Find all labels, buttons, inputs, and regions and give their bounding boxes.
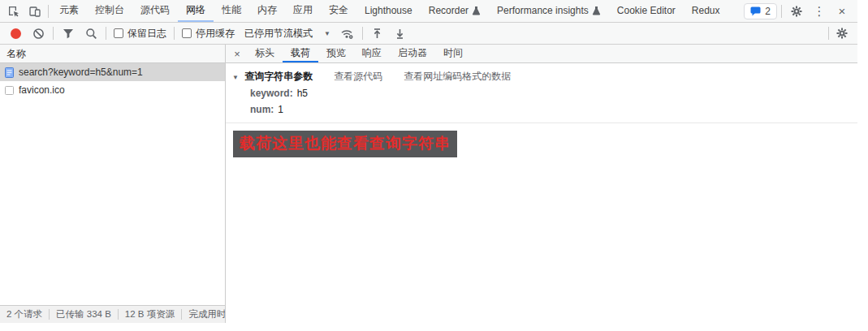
view-urlencoded-link[interactable]: 查看网址编码格式的数据 (404, 70, 511, 84)
devtools-main-tabbar: 元素 控制台 源代码 网络 性能 内存 应用 安全 Lighthouse Rec… (0, 0, 857, 23)
status-divider (49, 309, 50, 320)
tab-application[interactable]: 应用 (285, 0, 321, 22)
tab-redux[interactable]: Redux (684, 0, 728, 22)
document-request-icon (5, 67, 14, 78)
record-network-log-icon[interactable] (5, 24, 26, 43)
devtools-window: 元素 控制台 源代码 网络 性能 内存 应用 安全 Lighthouse Rec… (0, 0, 857, 323)
network-summary-status-bar: 2 个请求 已传输 334 B 12 B 项资源 完成用时: 70 (0, 305, 225, 323)
tab-cookie-editor[interactable]: Cookie Editor (609, 0, 684, 22)
checkbox (114, 28, 123, 38)
section-title-wrap[interactable]: ▼ 查询字符串参数 (232, 70, 313, 84)
import-har-icon[interactable] (367, 24, 388, 43)
transferred-size: 已传输 334 B (56, 308, 111, 320)
messages-count: 2 (765, 6, 771, 17)
network-main-area: 名称 search?keyword=h5&num=1 favicon.ico 2… (0, 45, 857, 323)
tab-payload[interactable]: 载荷 (283, 45, 318, 62)
network-conditions-icon[interactable] (337, 24, 358, 43)
tab-lighthouse[interactable]: Lighthouse (356, 0, 421, 22)
preserve-log-label: 保留日志 (127, 27, 166, 41)
tab-performance-insights[interactable]: Performance insights (489, 0, 609, 22)
toolbar-divider (106, 27, 106, 40)
toolbar-divider (362, 27, 363, 40)
payload-content: ▼ 查询字符串参数 查看源代码 查看网址编码格式的数据 keyword:h5 n… (226, 63, 857, 157)
inspect-element-icon[interactable] (3, 2, 24, 21)
query-string-section-header: ▼ 查询字符串参数 查看源代码 查看网址编码格式的数据 (226, 70, 857, 85)
tab-response[interactable]: 响应 (354, 45, 390, 62)
request-name: favicon.ico (19, 84, 65, 96)
param-value: h5 (297, 88, 308, 99)
tab-memory[interactable]: 内存 (249, 0, 285, 22)
section-divider (226, 123, 857, 123)
throttling-dropdown[interactable]: 已停用节流模式 ▼ (240, 27, 335, 41)
requests-panel: 名称 search?keyword=h5&num=1 favicon.ico 2… (0, 45, 226, 323)
param-row-keyword: keyword:h5 (226, 85, 857, 101)
view-source-link[interactable]: 查看源代码 (334, 70, 382, 84)
chevron-down-icon: ▼ (324, 30, 330, 37)
requests-count: 2 个请求 (6, 308, 42, 320)
close-devtools-icon[interactable]: × (831, 2, 853, 21)
tab-performance[interactable]: 性能 (214, 0, 249, 22)
toolbar-divider (174, 27, 175, 40)
experiment-flask-icon (472, 6, 481, 15)
toolbar-divider (53, 27, 54, 40)
network-toolbar-right (826, 24, 853, 43)
generic-file-icon (5, 85, 14, 96)
requests-name-column-header[interactable]: 名称 (0, 45, 225, 63)
device-toolbar-icon[interactable] (24, 2, 45, 21)
search-icon[interactable] (80, 24, 101, 43)
resources-size: 12 B 项资源 (125, 308, 175, 320)
tab-network[interactable]: 网络 (178, 0, 214, 22)
param-name: keyword: (250, 88, 293, 99)
preserve-log-checkbox[interactable]: 保留日志 (110, 27, 170, 41)
tab-headers[interactable]: 标头 (247, 45, 283, 62)
record-dot (11, 28, 21, 39)
throttling-value: 已停用节流模式 (244, 27, 313, 41)
param-name: num: (250, 104, 274, 115)
tab-console[interactable]: 控制台 (87, 0, 132, 22)
filter-funnel-icon[interactable] (58, 24, 79, 43)
request-details-tabbar: × 标头 载荷 预览 响应 启动器 时间 (226, 45, 857, 63)
toolbar-divider (781, 5, 782, 18)
request-row-search[interactable]: search?keyword=h5&num=1 (0, 63, 225, 81)
request-details-panel: × 标头 载荷 预览 响应 启动器 时间 ▼ 查询字符串参数 查看源代码 查看网… (226, 45, 857, 323)
tab-preview[interactable]: 预览 (318, 45, 354, 62)
status-divider (118, 309, 119, 320)
disable-cache-checkbox[interactable]: 停用缓存 (179, 27, 238, 41)
speech-bubble-icon (750, 6, 761, 16)
network-toolbar: 保留日志 停用缓存 已停用节流模式 ▼ (0, 23, 857, 45)
experiment-flask-icon (592, 6, 601, 15)
status-divider (181, 309, 182, 320)
network-settings-gear-icon[interactable] (831, 24, 853, 43)
export-har-icon[interactable] (390, 24, 411, 43)
request-name: search?keyword=h5&num=1 (19, 67, 143, 78)
request-row-favicon[interactable]: favicon.ico (0, 81, 225, 99)
clear-network-log-icon[interactable] (28, 24, 49, 43)
tab-timing[interactable]: 时间 (435, 45, 471, 62)
param-value: 1 (278, 104, 283, 115)
toolbar-divider (828, 27, 829, 40)
tab-sources[interactable]: 源代码 (132, 0, 178, 22)
close-details-icon[interactable]: × (227, 45, 247, 62)
annotation-overlay: 载荷这里也能查看查询字符串 (233, 131, 457, 157)
tab-security[interactable]: 安全 (321, 0, 356, 22)
toolbar-divider (48, 5, 49, 18)
requests-list: search?keyword=h5&num=1 favicon.ico (0, 63, 225, 305)
settings-gear-icon[interactable] (786, 2, 807, 21)
more-options-icon[interactable]: ⋮ (809, 2, 830, 21)
finish-time: 完成用时: 70 (188, 308, 225, 320)
checkbox (182, 28, 192, 38)
section-title: 查询字符串参数 (244, 71, 313, 82)
tab-initiator[interactable]: 启动器 (390, 45, 435, 62)
param-row-num: num:1 (226, 101, 857, 118)
disable-cache-label: 停用缓存 (196, 27, 235, 41)
main-panel-tabs: 元素 控制台 源代码 网络 性能 内存 应用 安全 Lighthouse Rec… (51, 0, 728, 22)
main-toolbar-right: 2 ⋮ × (744, 2, 854, 21)
disclosure-triangle-icon: ▼ (232, 74, 239, 81)
issues-messages-badge[interactable]: 2 (744, 3, 777, 19)
tab-recorder[interactable]: Recorder (421, 0, 489, 22)
tab-elements[interactable]: 元素 (51, 0, 87, 22)
